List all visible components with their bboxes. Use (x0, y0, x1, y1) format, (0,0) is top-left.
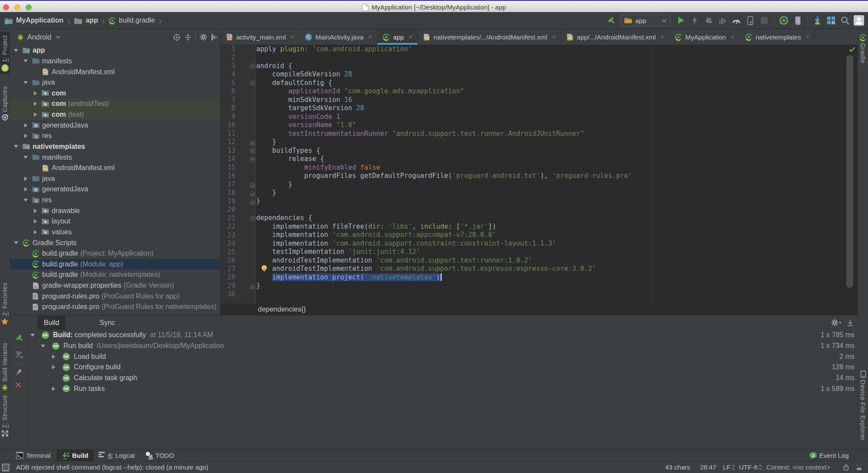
inspections-ok-icon[interactable] (849, 46, 855, 52)
fold-end-icon[interactable] (250, 140, 255, 145)
expand-arrow-icon[interactable] (23, 134, 28, 138)
event-log-button[interactable]: 2Event Log (809, 450, 849, 461)
tree-item-build.gradle[interactable]: build.gradle(Module: app) (10, 259, 220, 270)
project-view-selector[interactable]: Android (27, 33, 51, 41)
debug-button[interactable] (702, 14, 716, 27)
editor-area[interactable]: 1 2 3 4 5 6 7 8 9 10 11 12 13 14 15 16 1… (221, 45, 858, 304)
locate-icon[interactable] (171, 32, 182, 43)
hammer-icon[interactable] (15, 333, 23, 342)
expand-arrow-icon[interactable] (51, 355, 56, 359)
android-head-icon[interactable] (855, 461, 863, 473)
fold-start-icon[interactable] (250, 148, 255, 153)
tool-stripe-button-build-variants[interactable]: Build Variants (0, 343, 10, 393)
tool-stripe-button-2-favorites[interactable]: 2: Favorites (0, 282, 10, 327)
tool-stripe-button-1-project[interactable]: 1: Project (0, 32, 10, 74)
gear-icon[interactable] (831, 319, 842, 327)
collapse-all-icon[interactable] (182, 32, 194, 43)
status-caret-position[interactable]: 28:47 (700, 461, 716, 473)
pin-icon[interactable] (15, 368, 23, 377)
tree-item-gradle-scripts[interactable]: Gradle Scripts (10, 237, 220, 248)
expand-arrow-icon[interactable] (13, 49, 19, 52)
breadcrumb-item-build.gradle[interactable]: build.gradle (109, 16, 155, 24)
gear-icon[interactable] (198, 32, 209, 43)
profile-avatar[interactable] (852, 14, 866, 27)
tool-stripe-button-gradle[interactable]: Gradle (858, 32, 868, 63)
build-row-calculate-task-graph[interactable]: OKCalculate task graph (28, 373, 137, 384)
expand-arrow-icon[interactable] (23, 199, 28, 202)
expand-arrow-icon[interactable] (33, 91, 38, 95)
toggle-stripes-icon[interactable] (2, 461, 10, 473)
expand-arrow-icon[interactable] (33, 230, 38, 234)
expand-arrow-icon[interactable] (23, 187, 28, 191)
editor-tab-app-...-androidmanifest.xml[interactable]: app/.../AndroidManifest.xml× (561, 29, 670, 45)
build-row-completed-successfully[interactable]: OKBuild: completed successfullyat 11/5/1… (28, 330, 213, 341)
breadcrumb-item-MyApplication[interactable]: MyApplication (4, 16, 63, 24)
editor-tab-nativetemplates[interactable]: nativetemplates× (740, 29, 815, 45)
tool-window-button-build[interactable]: 0110Build (56, 450, 94, 461)
profiler-button[interactable] (729, 14, 743, 27)
tree-item-layout[interactable]: layout (10, 216, 220, 227)
attach-debugger-button[interactable] (743, 14, 757, 27)
build-row-run-build[interactable]: OKRun build/Users/jweisbaum/Desktop/MyAp… (28, 341, 224, 351)
tool-window-button-6-logcat[interactable]: 6: Logcat (98, 450, 135, 461)
expand-arrow-icon[interactable] (23, 59, 28, 62)
tree-item-app[interactable]: app (10, 45, 220, 56)
breadcrumb-item-app[interactable]: app (74, 16, 98, 24)
tree-item-nativetemplates[interactable]: nativetemplates (10, 141, 220, 152)
build-row-run-tasks[interactable]: OKRun tasks (28, 384, 105, 394)
tree-item-generatedjava[interactable]: generatedJava (10, 120, 220, 131)
tree-item-values[interactable]: values (10, 227, 220, 238)
close-tab-icon[interactable]: × (368, 33, 372, 40)
expand-arrow-icon[interactable] (40, 345, 46, 348)
build-row-configure-build[interactable]: OKConfigure build (28, 362, 121, 373)
fold-end-icon[interactable] (250, 182, 255, 187)
editor-tab-activity-main.xml[interactable]: activity_main.xml× (221, 29, 300, 45)
tree-item-manifests[interactable]: manifests (10, 56, 220, 67)
tree-item-androidmanifest.xml[interactable]: AndroidManifest.xml (10, 66, 220, 77)
fold-end-icon[interactable] (250, 284, 255, 289)
tree-item-androidmanifest.xml[interactable]: AndroidManifest.xml (10, 163, 220, 174)
breadcrumb-element[interactable]: dependencies{} (258, 305, 306, 313)
expand-arrow-icon[interactable] (51, 365, 56, 369)
editor-tab-mainactivity.java[interactable]: CMainActivity.java× (300, 29, 377, 45)
expand-arrow-icon[interactable] (33, 219, 38, 223)
close-tab-icon[interactable]: × (731, 33, 734, 40)
expand-arrow-icon[interactable] (33, 102, 38, 106)
profile-button[interactable] (716, 14, 729, 27)
sync-gradle-button[interactable] (777, 14, 791, 27)
tree-item-com[interactable]: com(androidTest) (10, 99, 220, 109)
avd-manager-button[interactable] (791, 14, 805, 27)
tree-item-java[interactable]: java (10, 174, 220, 184)
tab-build[interactable]: Build (37, 316, 66, 330)
expand-arrow-icon[interactable] (23, 177, 28, 181)
tree-item-drawable[interactable]: drawable (10, 205, 220, 216)
import-icon[interactable] (846, 319, 854, 327)
editor-scrollbar[interactable] (846, 55, 853, 288)
tree-item-res[interactable]: res (10, 195, 220, 206)
close-tab-icon[interactable]: × (660, 33, 664, 40)
tool-stripe-button-z-structure[interactable]: Z: Structure (0, 395, 10, 439)
expand-arrow-icon[interactable] (23, 156, 28, 159)
expand-arrow-icon[interactable] (33, 209, 38, 213)
tree-item-proguard-rules.pro[interactable]: proguard-rules.pro(ProGuard Rules for ap… (10, 291, 220, 302)
tree-item-manifests[interactable]: manifests (10, 152, 220, 163)
status-message[interactable]: ADB rejected shell command (logcat --hel… (16, 461, 208, 473)
tree-item-com[interactable]: com(test) (10, 109, 220, 120)
hide-panel-icon[interactable] (209, 32, 220, 43)
fold-start-icon[interactable] (250, 216, 255, 221)
search-everywhere-button[interactable] (838, 14, 852, 27)
tree-item-proguard-rules.pro[interactable]: proguard-rules.pro(ProGuard Rules for na… (10, 302, 220, 312)
close-tab-icon[interactable]: × (552, 33, 555, 40)
lightbulb-icon[interactable] (261, 265, 268, 273)
tree-item-com[interactable]: com (10, 88, 220, 99)
tab-sync[interactable]: Sync (99, 316, 116, 330)
expand-arrow-icon[interactable] (51, 387, 56, 391)
editor-tab-nativetemplates-...-androidmanifest.xml[interactable]: nativetemplates/.../AndroidManifest.xml× (418, 29, 561, 45)
tool-stripe-button-captures[interactable]: Captures (0, 86, 10, 123)
lock-icon[interactable] (843, 461, 849, 473)
tree-item-res[interactable]: res (10, 131, 220, 141)
close-icon[interactable] (15, 381, 23, 390)
close-tab-icon[interactable]: × (409, 33, 412, 40)
fold-start-icon[interactable] (250, 64, 255, 69)
run-button[interactable] (674, 14, 688, 27)
